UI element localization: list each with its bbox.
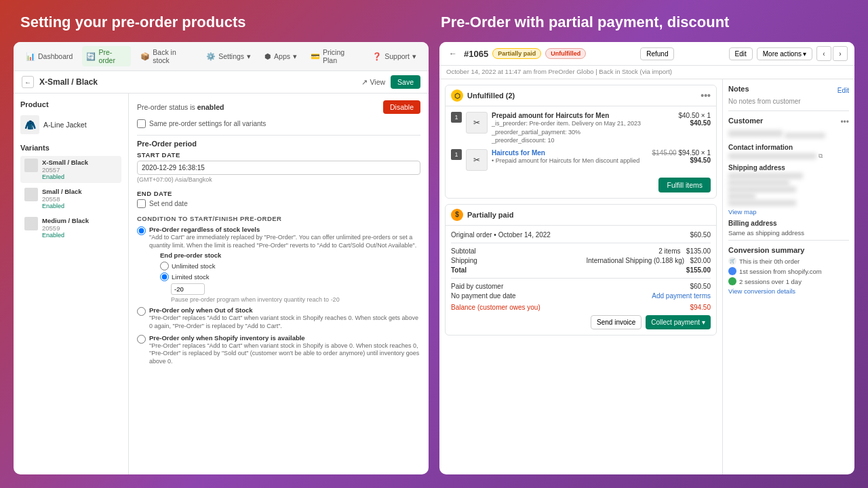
variant-id: 20558 <box>42 195 117 203</box>
conversion-item-1: 🛒 This is their 0th order <box>728 257 849 265</box>
unlimited-stock-radio[interactable] <box>160 262 169 270</box>
variant-item[interactable]: Medium / Black 20559 Enabled <box>20 214 121 241</box>
condition-radio-3[interactable] <box>137 335 146 344</box>
original-order-row: Original order • October 14, 2022 $60.50 <box>451 231 711 239</box>
payment-card-body: Original order • October 14, 2022 $60.50… <box>446 226 716 335</box>
save-button[interactable]: Save <box>391 75 420 89</box>
contact-info-title: Contact information <box>728 144 849 151</box>
nav-pricing[interactable]: 💳 Pricing Plan <box>307 46 363 66</box>
start-date-input[interactable] <box>137 161 420 175</box>
shipping-line-1 <box>728 173 803 179</box>
unfulfilled-badge: Unfulfilled <box>545 48 586 59</box>
variant-id: 20557 <box>42 166 117 174</box>
set-end-date-checkbox[interactable] <box>137 199 146 208</box>
view-button[interactable]: ↗ View <box>361 78 385 86</box>
order-body: ⬡ Unfulfilled (2) ••• 1 ✂ Prepaid amount… <box>439 79 854 474</box>
item-price-1: $40.50 × 1$40.50 <box>678 112 711 127</box>
nav-dashboard[interactable]: 📊 Dashboard <box>22 50 77 63</box>
stock-value-input[interactable] <box>171 283 205 295</box>
shipping-line-4 <box>728 193 755 199</box>
condition-label-3: Pre-Order only when Shopify inventory is… <box>149 334 420 342</box>
condition-desc-1: "Add to Cart" are immediately replaced b… <box>149 234 420 249</box>
condition-desc-3: "Pre-Order" replaces "Add to Cart" when … <box>149 342 420 366</box>
contact-email <box>728 153 816 159</box>
session-source-icon <box>728 267 736 275</box>
unlimited-stock-option: Unlimited stock <box>160 261 420 270</box>
add-payment-terms-link[interactable]: Add payment terms <box>652 292 711 300</box>
start-date-label: START DATE <box>137 151 420 159</box>
conversion-item-2: 1st session from shopify.com <box>728 267 849 275</box>
variant-thumbnail <box>24 159 38 172</box>
send-invoice-button[interactable]: Send invoice <box>591 315 642 329</box>
same-settings-checkbox[interactable] <box>137 119 146 128</box>
variant-name: X-Small / Black <box>42 159 117 166</box>
variant-status: Enabled <box>42 174 117 180</box>
condition-option-1: Pre-Order regardless of stock levels "Ad… <box>137 226 420 303</box>
payment-card: $ Partially paid Original order • Octobe… <box>445 204 717 336</box>
prev-order-button[interactable]: ‹ <box>816 46 831 61</box>
item-meta-1: _is_preorder: Pre-order item. Delivery o… <box>492 119 674 145</box>
condition-radio-1[interactable] <box>137 226 146 235</box>
refund-button[interactable]: Refund <box>640 47 674 60</box>
preorder-icon: 🔄 <box>86 52 96 61</box>
total-value: $155.00 <box>686 266 711 274</box>
variant-name: Small / Black <box>42 188 117 195</box>
item-name-1: Prepaid amount for Haircuts for Men <box>492 112 674 119</box>
customer-title: Customer <box>728 117 763 125</box>
unfulfilled-title: Unfulfilled (2) <box>467 92 515 100</box>
order-main: ⬡ Unfulfilled (2) ••• 1 ✂ Prepaid amount… <box>439 79 722 474</box>
paid-value: $60.50 <box>690 283 711 290</box>
conversion-section: Conversion summary 🛒 This is their 0th o… <box>728 240 849 295</box>
view-map-link[interactable]: View map <box>728 208 849 216</box>
more-dots-button[interactable]: ••• <box>701 90 711 101</box>
back-arrow-button[interactable]: ← <box>446 47 460 60</box>
variant-thumbnail <box>24 188 38 201</box>
variant-item[interactable]: Small / Black 20558 Enabled <box>20 185 121 212</box>
limited-stock-radio[interactable] <box>160 272 169 281</box>
unfulfilled-card-header: ⬡ Unfulfilled (2) ••• <box>446 85 716 106</box>
condition-option-3: Pre-Order only when Shopify inventory is… <box>137 334 420 366</box>
order-subtitle: October 14, 2022 at 11:47 am from PreOrd… <box>439 66 854 79</box>
item-details-1: Prepaid amount for Haircuts for Men _is_… <box>492 112 674 145</box>
main-content: Pre-order status is enabled Disable Same… <box>129 94 429 474</box>
original-order-label: Original order • October 14, 2022 <box>451 231 551 239</box>
same-settings-row: Same pre-order settings for all variants <box>137 119 420 128</box>
condition-label-1: Pre-Order regardless of stock levels <box>149 226 420 233</box>
left-panel-title: Setting your pre-order products <box>14 14 434 31</box>
view-conversion-link[interactable]: View conversion details <box>728 287 849 295</box>
edit-button[interactable]: Edit <box>729 47 753 60</box>
item-name-2[interactable]: Haircuts for Men <box>492 149 648 157</box>
nav-support[interactable]: ❓ Support ▾ <box>368 50 420 63</box>
customer-more-dots[interactable]: ••• <box>840 117 849 127</box>
nav-back-in-stock[interactable]: 📦 Back in stock <box>136 46 197 66</box>
variant-status: Enabled <box>42 232 117 239</box>
copy-email-icon[interactable]: ⧉ <box>818 152 823 160</box>
same-settings-label: Same pre-order settings for all variants <box>149 120 266 127</box>
back-button[interactable]: ← <box>22 76 34 88</box>
nav-preorder[interactable]: 🔄 Pre-order <box>82 46 131 66</box>
variant-item[interactable]: X-Small / Black 20557 Enabled <box>20 156 121 183</box>
condition-radio-2[interactable] <box>137 307 146 316</box>
paid-label: Paid by customer <box>451 283 503 290</box>
partially-paid-badge: Partially paid <box>492 48 541 59</box>
breadcrumb-title: X-Small / Black <box>39 77 356 87</box>
collect-payment-button[interactable]: Collect payment ▾ <box>646 315 711 329</box>
fulfill-items-button[interactable]: Fulfill items <box>658 178 711 192</box>
pricing-icon: 💳 <box>311 52 320 61</box>
notes-edit-link[interactable]: Edit <box>837 87 849 94</box>
disable-button[interactable]: Disable <box>383 100 420 114</box>
order-header: ← #1065 Partially paid Unfulfilled Refun… <box>439 42 854 66</box>
back-stock-icon: 📦 <box>140 52 150 61</box>
payment-icon: $ <box>451 209 463 221</box>
more-actions-button[interactable]: More actions ▾ <box>757 47 812 60</box>
support-icon: ❓ <box>372 52 382 61</box>
nav-apps[interactable]: ⬢ Apps ▾ <box>260 50 301 63</box>
unfulfilled-card: ⬡ Unfulfilled (2) ••• 1 ✂ Prepaid amount… <box>445 85 717 199</box>
breadcrumb-bar: ← X-Small / Black ↗ View Save <box>14 71 429 94</box>
next-order-button[interactable]: › <box>833 46 848 61</box>
product-item: 🧥 A-Line Jacket <box>20 113 121 137</box>
product-name: A-Line Jacket <box>43 121 87 129</box>
condition-desc-2: "Pre-Order" replaces "Add to Cart" when … <box>149 314 420 330</box>
nav-settings[interactable]: ⚙️ Settings ▾ <box>202 50 255 63</box>
end-date-label: END DATE <box>137 190 420 197</box>
